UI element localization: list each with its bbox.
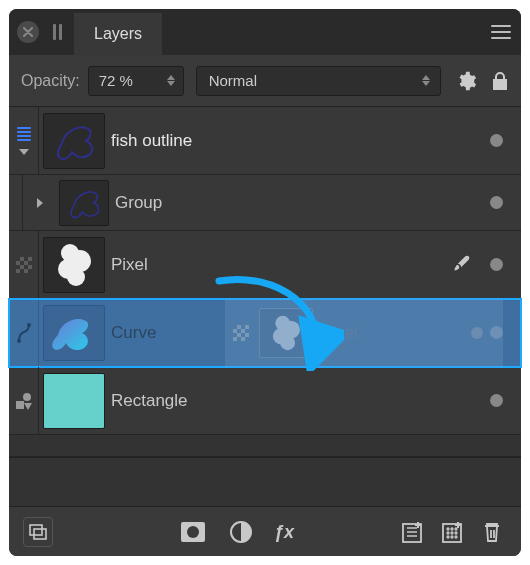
trash-icon[interactable] bbox=[477, 517, 507, 547]
svg-point-21 bbox=[447, 528, 449, 530]
svg-point-26 bbox=[455, 532, 457, 534]
layer-type-curve-icon bbox=[9, 299, 39, 366]
chevron-down-icon[interactable] bbox=[19, 149, 29, 155]
select-chevron-icon[interactable] bbox=[422, 67, 430, 95]
svg-point-29 bbox=[455, 536, 457, 538]
add-layer-icon[interactable] bbox=[397, 517, 427, 547]
opacity-value: 72 % bbox=[99, 72, 133, 89]
add-mask-icon[interactable] bbox=[437, 517, 467, 547]
blend-mode-value: Normal bbox=[209, 72, 257, 89]
mask-icon[interactable] bbox=[178, 517, 208, 547]
visibility-dot-icon[interactable] bbox=[490, 394, 503, 407]
lock-icon[interactable] bbox=[491, 71, 509, 91]
adjustment-icon[interactable] bbox=[226, 517, 256, 547]
svg-point-24 bbox=[447, 532, 449, 534]
layer-thumbnail[interactable] bbox=[59, 180, 109, 226]
merge-icon[interactable] bbox=[23, 517, 53, 547]
svg-point-5 bbox=[27, 323, 31, 327]
layer-row-pixel[interactable]: Pixel bbox=[9, 231, 521, 299]
svg-point-27 bbox=[447, 536, 449, 538]
layer-name[interactable]: fish outline bbox=[111, 131, 490, 151]
close-icon[interactable] bbox=[17, 21, 39, 43]
layer-type-shape-icon bbox=[9, 367, 39, 434]
tab-layers[interactable]: Layers bbox=[74, 13, 162, 55]
pause-icon[interactable] bbox=[53, 24, 62, 40]
svg-point-11 bbox=[23, 393, 31, 401]
blend-mode-select[interactable]: Normal bbox=[196, 66, 441, 96]
stepper-chevron-icon[interactable] bbox=[167, 67, 175, 95]
layer-thumbnail[interactable] bbox=[43, 113, 105, 169]
svg-point-4 bbox=[17, 339, 21, 343]
svg-point-16 bbox=[187, 526, 199, 538]
visibility-dot-icon[interactable] bbox=[490, 326, 503, 339]
svg-point-28 bbox=[451, 536, 453, 538]
layer-row-curve[interactable]: Curve Pixel bbox=[9, 299, 521, 367]
fx-icon[interactable]: ƒx bbox=[274, 517, 304, 547]
layer-thumbnail[interactable] bbox=[43, 237, 105, 293]
svg-point-3 bbox=[67, 268, 85, 286]
empty-area bbox=[9, 435, 521, 457]
svg-point-23 bbox=[455, 528, 457, 530]
expand-toggle[interactable] bbox=[29, 198, 51, 208]
visibility-dot-icon[interactable] bbox=[490, 134, 503, 147]
brush-icon[interactable] bbox=[452, 253, 472, 276]
visibility-dot-icon[interactable] bbox=[490, 258, 503, 271]
layer-row-group[interactable]: Group bbox=[9, 175, 521, 231]
layer-thumbnail[interactable] bbox=[43, 373, 105, 429]
tab-label: Layers bbox=[94, 25, 142, 43]
layer-type-pixel-icon bbox=[9, 231, 39, 298]
svg-marker-12 bbox=[24, 403, 32, 410]
svg-rect-10 bbox=[16, 401, 24, 409]
svg-rect-13 bbox=[30, 525, 42, 535]
gear-icon[interactable] bbox=[455, 70, 477, 92]
layer-name[interactable]: Curve bbox=[111, 323, 490, 343]
menu-icon[interactable] bbox=[489, 25, 513, 39]
layer-thumbnail[interactable] bbox=[43, 305, 105, 361]
chevron-right-icon bbox=[37, 198, 43, 208]
layer-row-fish-outline[interactable]: fish outline bbox=[9, 107, 521, 175]
visibility-dot-icon[interactable] bbox=[490, 196, 503, 209]
svg-point-25 bbox=[451, 532, 453, 534]
svg-point-22 bbox=[451, 528, 453, 530]
layer-name[interactable]: Rectangle bbox=[111, 391, 490, 411]
svg-text:ƒx: ƒx bbox=[274, 522, 295, 542]
layer-name[interactable]: Group bbox=[115, 193, 490, 213]
layer-name[interactable]: Pixel bbox=[111, 255, 452, 275]
opacity-stepper[interactable]: 72 % bbox=[88, 66, 184, 96]
layer-row-rectangle[interactable]: Rectangle bbox=[9, 367, 521, 435]
svg-rect-14 bbox=[34, 529, 46, 539]
opacity-label: Opacity: bbox=[21, 72, 80, 90]
stack-icon bbox=[17, 127, 31, 141]
